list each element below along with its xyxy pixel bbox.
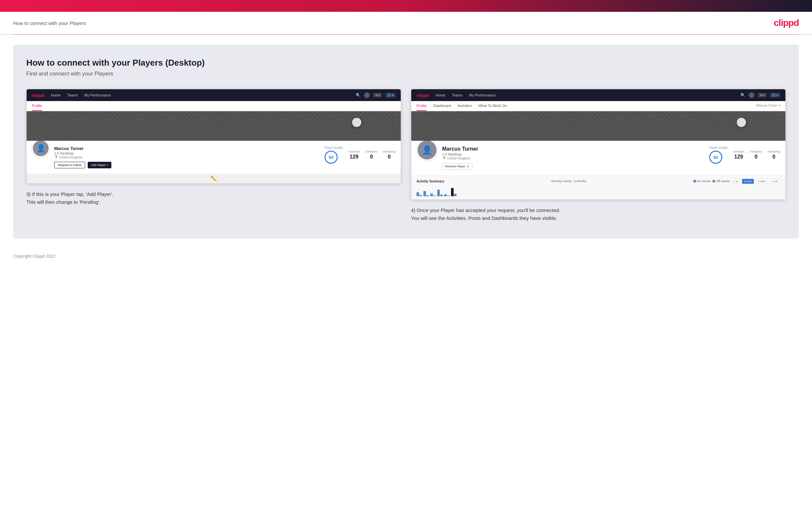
right-stat-followers-value: 0 [750,154,762,160]
right-nav-home[interactable]: Home [436,93,445,97]
remove-player-x-icon[interactable]: ✕ [467,165,469,168]
avatar-icon-left: 👤 [37,144,45,153]
period-1mth[interactable]: 1 mth [770,179,780,184]
right-quality-block: Player Quality 92 [709,146,727,164]
left-tab-bar: Profile [27,101,401,111]
screenshot-right-col: clippd Home Teams My Performance 🔍 👤 ⚙ ▾… [411,89,786,222]
left-profile-handicap: 1-5 Handicap [54,152,320,155]
user-dropdown[interactable]: 🌐 ▾ [385,93,396,98]
bar-off-3 [433,195,436,196]
add-player-button[interactable]: Add Player + [88,162,111,168]
bar-group-3 [430,193,436,196]
tab-profile-left[interactable]: Profile [32,101,42,111]
right-user-dropdown[interactable]: 🌐 ▾ [770,93,780,98]
off-course-label: Off course [716,179,729,183]
left-hero-ball [352,118,361,127]
period-1yr[interactable]: 1 yr [732,179,740,184]
right-caption: 4) Once your Player has accepted your re… [411,207,786,222]
bar-off-4 [440,194,443,196]
left-caption: 3) If this is your Player tap, 'Add Play… [26,190,401,206]
search-icon[interactable]: 🔍 [356,93,361,98]
left-bottom-area: ✏️ [27,174,401,183]
right-profile-name: Marcus Turner [442,146,705,152]
period-3mths[interactable]: 3 mths [756,179,768,184]
screenshot-right: clippd Home Teams My Performance 🔍 👤 ⚙ ▾… [411,89,786,200]
activity-controls: On course Off course 1 yr 6 mths 3 mths … [694,179,780,184]
left-avatar: 👤 [32,139,50,157]
left-stats-container: Player Quality 92 Activities 129 Followe… [324,146,396,164]
left-nav-performance[interactable]: My Performance [85,93,111,97]
right-nav-teams[interactable]: Teams [452,93,462,97]
right-avatar: 👤 [416,139,438,161]
remove-player-tag[interactable]: Remove Player ✕ [442,163,472,170]
activity-subtitle: Monthly Activity · 6 Months [551,179,586,183]
activity-header: Activity Summary Monthly Activity · 6 Mo… [416,179,780,184]
top-color-bar [0,0,812,12]
left-stat-following-value: 0 [383,154,396,160]
left-stat-activities-label: Activities [348,150,360,153]
right-profile-location: 📍 United Kingdom [442,157,705,160]
right-settings-dropdown[interactable]: ⚙ ▾ [758,93,767,98]
settings-dropdown[interactable]: ⚙ ▾ [373,93,383,98]
bar-on-2 [423,191,426,196]
right-stat-following-value: 0 [768,154,780,160]
tab-dashboard-right[interactable]: Dashboard [433,101,451,111]
right-nav-performance[interactable]: My Performance [469,93,496,97]
right-stat-followers: Followers 0 [750,150,762,160]
on-course-dot [694,180,696,182]
tab-whattoon-right[interactable]: What To Work On [478,101,507,111]
left-quality-block: Player Quality 92 [324,146,343,164]
activity-summary: Activity Summary Monthly Activity · 6 Mo… [411,175,785,200]
left-profile-buttons: Request to Follow Add Player + [54,162,320,168]
edit-icon: ✏️ [211,176,217,182]
page-subtitle: Find and connect with your Players [26,70,786,77]
right-stat-following: Following 0 [768,150,780,160]
off-course-dot [712,180,715,182]
right-profile-info: Marcus Turner 1-5 Handicap 📍 United King… [442,146,705,170]
left-stat-activities: Activities 129 [348,150,360,160]
header-divider [13,35,799,35]
right-search-icon[interactable]: 🔍 [741,93,745,98]
bar-on-6 [451,188,454,196]
right-stat-activities-value: 129 [733,154,745,160]
right-user-icon[interactable]: 👤 [749,92,755,98]
copyright-text: Copyright Clippd 2022 [13,253,55,259]
period-6mths[interactable]: 6 mths [742,179,754,184]
right-hero-ball [737,118,746,127]
left-nav-icons: 🔍 👤 ⚙ ▾ 🌐 ▾ [356,92,396,98]
bar-on-5 [444,194,447,196]
left-profile-name: Marcus Turner [54,146,320,151]
right-stat-activities-label: Activities [733,150,745,153]
location-pin-icon: 📍 [54,156,58,159]
right-stat-following-label: Following [768,150,780,153]
right-tab-user-name[interactable]: Marcus Turner ▾ [757,101,780,111]
left-stat-followers: Followers 0 [365,150,378,160]
right-quality-label: Player Quality [709,146,727,149]
bar-on-1 [416,192,419,196]
user-icon[interactable]: 👤 [364,92,370,98]
page-footer: Copyright Clippd 2022 [0,248,812,264]
left-nav: clippd Home Teams My Performance 🔍 👤 ⚙ ▾… [27,89,401,101]
left-quality-label: Player Quality [324,146,343,149]
bar-on-3 [430,193,433,196]
bar-off-2 [426,195,429,196]
right-stat-followers-label: Followers [750,150,762,153]
screenshots-row: clippd Home Teams My Performance 🔍 👤 ⚙ ▾… [26,89,786,222]
follow-button[interactable]: Request to Follow [54,162,85,168]
right-quality-circle: 92 [709,151,722,164]
main-content: How to connect with your Players (Deskto… [13,45,799,238]
left-profile-info: Marcus Turner 1-5 Handicap 📍 United King… [54,146,320,168]
right-stats-container: Player Quality 92 Activities 129 Followe… [709,146,780,164]
left-hero-banner [27,111,401,141]
tab-profile-right[interactable]: Profile [416,101,427,111]
left-nav-teams[interactable]: Teams [67,93,78,97]
header-logo: clippd [774,18,799,28]
left-nav-home[interactable]: Home [51,93,60,97]
left-quality-circle: 92 [324,151,338,164]
bar-group-1 [416,192,422,196]
left-stat-followers-value: 0 [365,154,378,160]
tab-activities-right[interactable]: Activities [458,101,472,111]
avatar-icon-right: 👤 [422,145,432,155]
right-profile-row: 👤 Marcus Turner 1-5 Handicap 📍 United Ki… [416,146,780,170]
screenshot-left: clippd Home Teams My Performance 🔍 👤 ⚙ ▾… [26,89,401,184]
